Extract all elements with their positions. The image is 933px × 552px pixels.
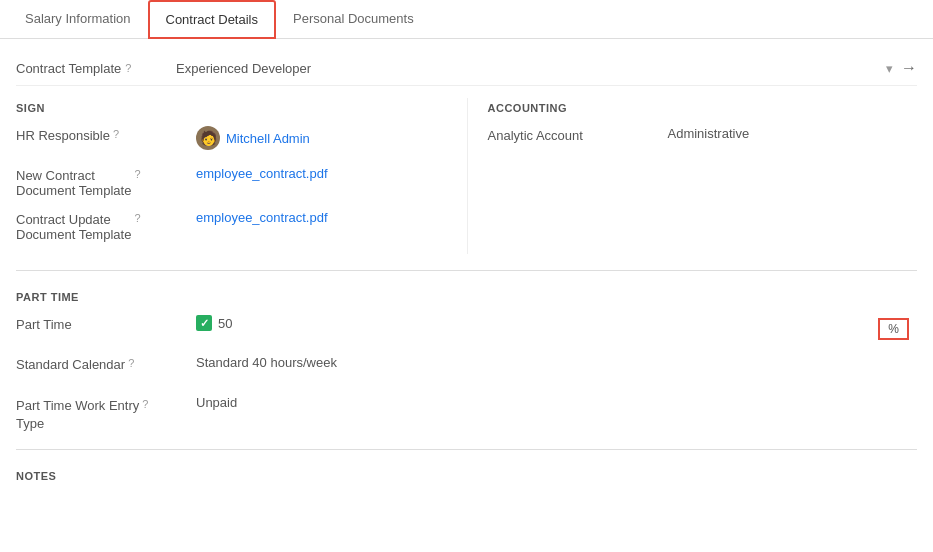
tab-personal-documents[interactable]: Personal Documents — [276, 0, 431, 39]
contract-update-link[interactable]: employee_contract.pdf — [196, 210, 328, 225]
percent-badge: % — [878, 318, 909, 340]
external-link-icon[interactable]: → — [901, 59, 917, 77]
part-time-value: 50 — [196, 315, 917, 331]
hr-responsible-help-icon[interactable]: ? — [113, 128, 119, 140]
standard-calendar-help-icon[interactable]: ? — [128, 357, 134, 369]
contract-template-value: Experienced Developer — [176, 61, 311, 76]
avatar: 🧑 — [196, 126, 220, 150]
standard-calendar-value: Standard 40 hours/week — [196, 355, 917, 370]
dropdown-arrow-icon[interactable]: ▾ — [886, 61, 893, 76]
accounting-column: ACCOUNTING Analytic Account Administrati… — [467, 98, 918, 254]
sign-section-header: SIGN — [16, 98, 447, 114]
contract-update-help-icon[interactable]: ? — [134, 212, 140, 224]
new-contract-document-value: employee_contract.pdf — [196, 166, 447, 181]
tab-bar: Salary Information Contract Details Pers… — [0, 0, 933, 39]
hr-responsible-row: HR Responsible ? 🧑 Mitchell Admin — [16, 126, 447, 154]
notes-section-header: NOTES — [16, 466, 917, 482]
part-time-work-entry-value: Unpaid — [196, 395, 917, 410]
content-area: Contract Template ? Experienced Develope… — [0, 39, 933, 506]
sign-column: SIGN HR Responsible ? 🧑 Mitchell Admin N… — [16, 98, 467, 254]
new-contract-link[interactable]: employee_contract.pdf — [196, 166, 328, 181]
analytic-account-value: Administrative — [668, 126, 918, 141]
divider-1 — [16, 270, 917, 271]
standard-calendar-row: Standard Calendar ? Standard 40 hours/we… — [16, 355, 917, 383]
notes-section: NOTES — [16, 466, 917, 482]
tab-contract-details[interactable]: Contract Details — [148, 0, 276, 39]
contract-template-row: Contract Template ? Experienced Develope… — [16, 51, 917, 86]
contract-update-document-value: employee_contract.pdf — [196, 210, 447, 225]
new-contract-help-icon[interactable]: ? — [134, 168, 140, 180]
divider-2 — [16, 449, 917, 450]
accounting-section-header: ACCOUNTING — [488, 98, 918, 114]
part-time-work-entry-help-icon[interactable]: ? — [142, 397, 148, 412]
contract-template-value-container: Experienced Developer ▾ → — [176, 59, 917, 77]
new-contract-document-row: New ContractDocument Template ? employee… — [16, 166, 447, 198]
tab-salary-information[interactable]: Salary Information — [8, 0, 148, 39]
hr-responsible-label: HR Responsible ? — [16, 126, 196, 143]
standard-calendar-label: Standard Calendar ? — [16, 355, 196, 372]
analytic-account-row: Analytic Account Administrative — [488, 126, 918, 154]
part-time-checkbox[interactable] — [196, 315, 212, 331]
part-time-section: PART TIME Part Time 50 % Standard Calend… — [16, 287, 917, 433]
hr-responsible-value: 🧑 Mitchell Admin — [196, 126, 447, 150]
part-time-work-entry-row: Part Time Work EntryType ? Unpaid — [16, 395, 917, 433]
contract-template-label: Contract Template ? — [16, 61, 176, 76]
contract-template-help-icon[interactable]: ? — [125, 62, 131, 74]
analytic-account-label: Analytic Account — [488, 126, 668, 143]
template-controls: ▾ → — [886, 59, 917, 77]
part-time-label: Part Time — [16, 315, 196, 332]
part-time-work-entry-label: Part Time Work EntryType ? — [16, 395, 196, 433]
part-time-section-header: PART TIME — [16, 287, 917, 303]
part-time-row: Part Time 50 % — [16, 315, 917, 343]
sign-accounting-section: SIGN HR Responsible ? 🧑 Mitchell Admin N… — [16, 98, 917, 254]
new-contract-document-label: New ContractDocument Template ? — [16, 166, 196, 198]
contract-update-document-label: Contract UpdateDocument Template ? — [16, 210, 196, 242]
contract-update-document-row: Contract UpdateDocument Template ? emplo… — [16, 210, 447, 242]
